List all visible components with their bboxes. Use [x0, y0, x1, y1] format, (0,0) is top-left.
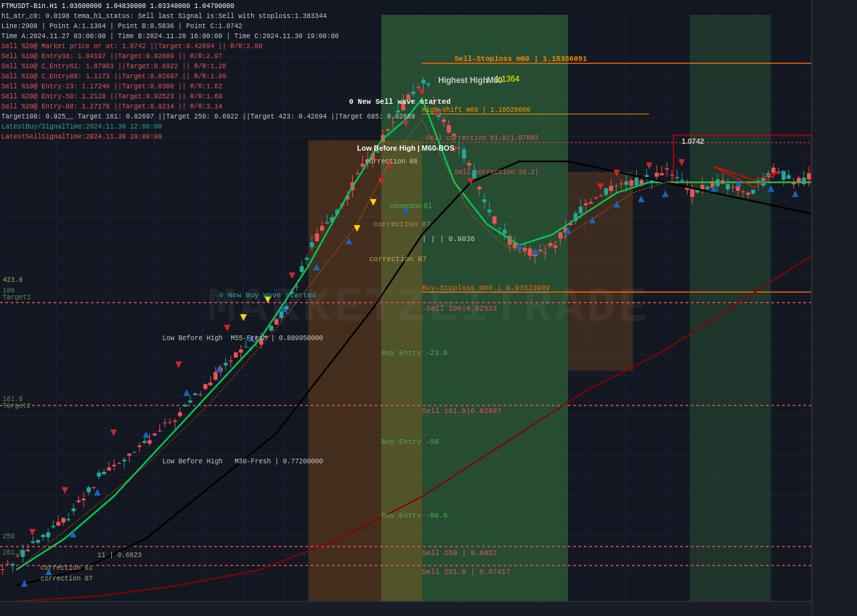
price-scale	[811, 0, 857, 616]
time-scale	[0, 601, 811, 616]
main-chart[interactable]	[0, 0, 857, 616]
chart-container: MARKETZEITRADE FTMUSDT-Bin.H1 1.03600000…	[0, 0, 857, 616]
